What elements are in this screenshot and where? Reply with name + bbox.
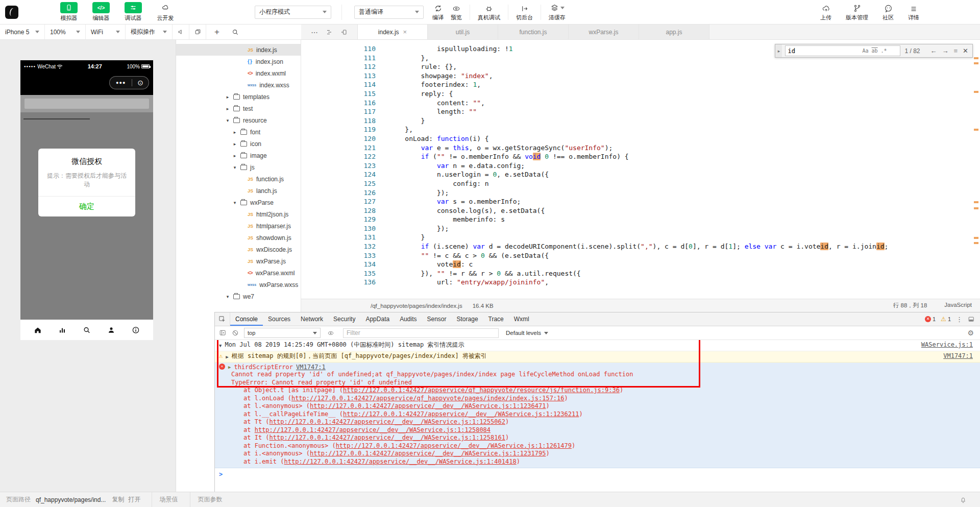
notification-bell-icon[interactable]	[960, 496, 974, 503]
outline-icon[interactable]	[326, 29, 333, 35]
close-find-icon[interactable]: ✕	[963, 47, 968, 55]
tree-item-wxParse.wxss[interactable]: wxsswxParse.wxss	[176, 279, 301, 291]
console-tab-security[interactable]: Security	[328, 312, 360, 326]
stack-link[interactable]: http://127.0.0.1:42427/appservice/__dev_…	[255, 426, 491, 433]
profile-tab-icon[interactable]	[107, 326, 115, 334]
tree-item-resource[interactable]: ▾resource	[176, 114, 301, 126]
tree-item-index.wxss[interactable]: wxssindex.wxss	[176, 79, 301, 91]
console-tab-console[interactable]: Console	[230, 312, 263, 326]
copy-path-button[interactable]: 复制	[112, 495, 124, 504]
devtools-menu-icon[interactable]: ⋮	[956, 316, 963, 323]
tab-util.js[interactable]: util.js	[428, 25, 498, 39]
language-mode[interactable]: JavaScript	[944, 302, 972, 309]
info-tab-icon[interactable]	[132, 326, 140, 334]
inspect-element-icon[interactable]	[215, 312, 230, 326]
console-tab-trace[interactable]: Trace	[483, 312, 509, 326]
tree-item-templates[interactable]: ▸templates	[176, 91, 301, 103]
tree-item-icon[interactable]: ▸icon	[176, 138, 301, 150]
console-error[interactable]: ✕ ▶ thirdScriptError VM1747:1 Cannot rea…	[215, 363, 980, 468]
tree-item-function.js[interactable]: JSfunction.js	[176, 173, 301, 185]
log-levels-select[interactable]: Default levels	[506, 330, 548, 336]
console-warning[interactable]: ⚠ ▶ 根据 sitemap 的规则[0]，当前页面 [qf_happyvote…	[215, 351, 980, 363]
console-tab-audits[interactable]: Audits	[395, 312, 422, 326]
tree-item-wxParse.js[interactable]: JSwxParse.js	[176, 255, 301, 267]
tree-item-wxDiscode.js[interactable]: JSwxDiscode.js	[176, 244, 301, 255]
next-match-icon[interactable]: →	[942, 47, 949, 55]
whole-word-icon[interactable]: ab	[872, 48, 878, 54]
search-files-icon[interactable]	[232, 29, 239, 36]
preview-button[interactable]: 预览	[447, 3, 465, 21]
chevron-expanded-icon[interactable]: ▼	[219, 341, 222, 350]
tree-item-font[interactable]: ▸font	[176, 126, 301, 138]
tab-function.js[interactable]: function.js	[498, 25, 569, 39]
tree-item-index.json[interactable]: {}index.json	[176, 56, 301, 67]
compile-mode-select[interactable]: 普通编译	[354, 6, 424, 19]
execution-context-select[interactable]: top	[244, 328, 321, 338]
chevron-collapsed-icon[interactable]: ▶	[226, 352, 228, 361]
clear-console-icon[interactable]	[232, 329, 239, 336]
tree-item-test[interactable]: ▸test	[176, 103, 301, 114]
tree-item-js[interactable]: ▾js	[176, 161, 301, 173]
find-input[interactable]	[788, 47, 859, 55]
tree-item-htmlparser.js[interactable]: JShtmlparser.js	[176, 220, 301, 232]
stack-link[interactable]: http://127.0.0.1:42427/appservice/__dev_…	[310, 402, 546, 409]
source-link[interactable]: VM1747:1	[943, 352, 973, 360]
simulate-action-select[interactable]: 模拟操作	[126, 25, 173, 39]
stack-link[interactable]: http://127.0.0.1:42427/appservice/__dev_…	[310, 450, 546, 457]
toggle-replace-icon[interactable]: ▸	[775, 44, 782, 57]
console-filter-input[interactable]	[343, 328, 499, 338]
stack-link[interactable]: http://127.0.0.1:42427/appservice/__dev_…	[336, 442, 572, 449]
console-prompt[interactable]: >	[215, 468, 980, 480]
code-editor[interactable]: 110 ispulluploading: !1111 },112 rule: {…	[301, 40, 980, 299]
details-button[interactable]: 详情	[904, 3, 923, 21]
regex-icon[interactable]: .*	[881, 48, 887, 54]
capsule-menu[interactable]: ●●● ⊙	[109, 76, 149, 89]
compile-button[interactable]: 编译	[429, 3, 447, 21]
stack-link[interactable]: http://127.0.0.1:42427/appservice/__dev_…	[284, 458, 516, 465]
console-tab-network[interactable]: Network	[296, 312, 328, 326]
user-avatar[interactable]	[5, 6, 18, 19]
tree-item-wxParse.wxml[interactable]: <>wxParse.wxml	[176, 267, 301, 279]
network-select[interactable]: WiFi	[86, 25, 126, 39]
tree-item-index.wxml[interactable]: <>index.wxml	[176, 67, 301, 79]
tab-index.js[interactable]: index.js×	[357, 25, 428, 39]
warning-badge[interactable]: ⚠1	[941, 316, 951, 323]
more-menu-icon[interactable]: ●●●	[110, 80, 132, 85]
tab-wxParse.js[interactable]: wxParse.js	[569, 25, 639, 39]
editor-toggle-button[interactable]: </> 编辑器	[88, 2, 114, 22]
tree-item-lanch.js[interactable]: JSlanch.js	[176, 185, 301, 197]
chart-tab-icon[interactable]	[58, 326, 66, 334]
stack-link[interactable]: http://127.0.0.1:42427/appservice/__dev_…	[270, 434, 505, 441]
console-log-group[interactable]: ▼ Mon Jul 08 2019 14:25:49 GMT+0800 (中国标…	[215, 340, 980, 351]
console-tab-wxml[interactable]: Wxml	[509, 312, 534, 326]
zoom-select[interactable]: 100%	[45, 25, 86, 39]
source-link[interactable]: WAService.js:1	[921, 341, 973, 349]
cursor-position[interactable]: 行 88，列 18	[893, 302, 927, 309]
switch-background-button[interactable]: 切后台	[512, 3, 536, 21]
error-badge[interactable]: ✕1	[925, 316, 936, 322]
close-miniprogram-icon[interactable]: ⊙	[132, 79, 149, 87]
home-tab-icon[interactable]	[34, 326, 42, 334]
console-tab-sensor[interactable]: Sensor	[422, 312, 452, 326]
scene-value-label[interactable]: 场景值	[159, 495, 178, 504]
tree-item-wxParse[interactable]: ▾wxParse	[176, 197, 301, 208]
live-expression-icon[interactable]	[327, 330, 335, 336]
tree-item-html2json.js[interactable]: JShtml2json.js	[176, 208, 301, 220]
find-in-selection-icon[interactable]: ≡	[954, 47, 958, 55]
tree-item-showdown.js[interactable]: JSshowdown.js	[176, 232, 301, 244]
tree-item-image[interactable]: ▸image	[176, 150, 301, 161]
close-tab-icon[interactable]: ×	[403, 28, 407, 36]
match-case-icon[interactable]: Aa	[862, 48, 868, 54]
console-settings-icon[interactable]: ⚙	[967, 329, 974, 337]
stack-link[interactable]: http://127.0.0.1:42427/appservice/__dev_…	[270, 418, 505, 425]
stack-link[interactable]: http://127.0.0.1:42427/appservice/qf_hap…	[343, 387, 620, 394]
tree-item-we7[interactable]: ▾we7	[176, 291, 301, 302]
console-sidebar-icon[interactable]	[219, 329, 227, 336]
clear-cache-button[interactable]: 清缓存	[545, 3, 569, 21]
add-file-icon[interactable]: +	[214, 27, 219, 37]
stack-link[interactable]: http://127.0.0.1:42427/appservice/__dev_…	[343, 411, 579, 418]
chevron-collapsed-icon[interactable]: ▶	[228, 364, 231, 370]
community-button[interactable]: 社区	[879, 3, 897, 21]
dock-side-icon[interactable]	[968, 316, 975, 323]
page-params-label[interactable]: 页面参数	[198, 495, 222, 504]
